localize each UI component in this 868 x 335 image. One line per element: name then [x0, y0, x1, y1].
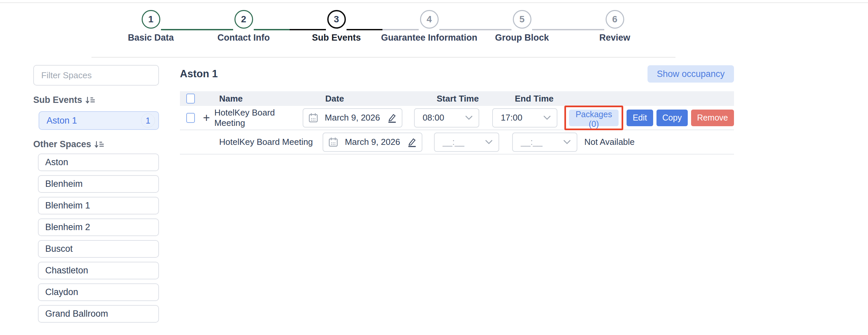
step-number-circle: 1: [142, 10, 160, 29]
sub-events-header-label: Sub Events: [33, 95, 82, 105]
availability-status: Not Available: [584, 137, 634, 147]
packages-highlight-annotation: Packages (0): [564, 106, 624, 130]
date-picker-field[interactable]: March 9, 2026: [303, 108, 402, 128]
step-label: Group Block: [495, 33, 549, 43]
step-number-circle: 4: [420, 10, 439, 29]
column-header-end-time: End Time: [512, 93, 577, 104]
end-time-select[interactable]: __:__: [512, 133, 577, 152]
sub-events-main: Aston 1 Show occupancy Name Date Start T…: [180, 65, 734, 155]
edit-button[interactable]: Edit: [626, 110, 653, 126]
chevron-down-icon: [563, 140, 571, 144]
wizard-stepper: 1 Basic Data 2 Contact Info 3 Sub Events…: [104, 10, 661, 47]
column-header-name: Name: [219, 93, 322, 104]
sidebar-item-grand-ballroom[interactable]: Grand Ballroom: [38, 305, 159, 323]
step-label: Review: [599, 33, 630, 43]
spaces-sidebar: Sub Events Aston 1 1 Other Spaces Aston: [33, 65, 159, 323]
step-sub-events[interactable]: 3 Sub Events: [290, 10, 383, 43]
chevron-down-icon: [544, 116, 551, 120]
start-time-select[interactable]: __:__: [434, 133, 499, 152]
step-label: Guarantee Information: [381, 33, 477, 43]
step-contact-info[interactable]: 2 Contact Info: [197, 10, 290, 43]
sub-events-section-header: Sub Events: [33, 95, 159, 105]
other-spaces-header-label: Other Spaces: [33, 139, 91, 149]
start-time-select[interactable]: 08:00: [414, 108, 479, 128]
sidebar-item-chastleton[interactable]: Chastleton: [38, 262, 159, 279]
step-number-circle: 2: [235, 10, 253, 29]
column-header-start-time: Start Time: [434, 93, 499, 104]
date-value: March 9, 2026: [338, 137, 407, 147]
select-all-checkbox[interactable]: [186, 93, 195, 104]
table-row: HotelKey Board Meeting Marc: [180, 130, 734, 155]
show-occupancy-button[interactable]: Show occupancy: [648, 65, 734, 83]
page-top-border: [0, 2, 868, 3]
end-time-placeholder: __:__: [521, 137, 542, 147]
step-label: Sub Events: [312, 33, 361, 43]
step-guarantee-information[interactable]: 4 Guarantee Information: [383, 10, 475, 43]
page-title: Aston 1: [180, 68, 218, 80]
step-label: Contact Info: [217, 33, 270, 43]
step-number-circle: 6: [606, 10, 624, 29]
filter-spaces-input[interactable]: [33, 65, 159, 86]
step-group-block[interactable]: 5 Group Block: [475, 10, 568, 43]
step-number-circle: 5: [513, 10, 531, 29]
sort-icon[interactable]: [94, 140, 104, 149]
event-name: HotelKey Board Meeting: [219, 137, 322, 147]
calendar-icon: [329, 137, 338, 147]
packages-button[interactable]: Packages (0): [569, 110, 619, 126]
sidebar-item-claydon[interactable]: Claydon: [38, 283, 159, 301]
sidebar-item-aston-1-selected[interactable]: Aston 1 1: [38, 111, 159, 130]
selected-space-label: Aston 1: [46, 116, 77, 126]
sidebar-item-aston[interactable]: Aston: [38, 153, 159, 171]
step-number-circle: 3: [327, 10, 346, 29]
sidebar-item-blenheim-1[interactable]: Blenheim 1: [38, 197, 159, 215]
column-header-date: Date: [322, 93, 422, 104]
date-value: March 9, 2026: [318, 113, 387, 123]
remove-button[interactable]: Remove: [691, 110, 734, 126]
event-name: HotelKey Board Meeting: [214, 108, 302, 128]
step-label: Basic Data: [128, 33, 174, 43]
stepper-divider: [91, 57, 676, 58]
step-basic-data[interactable]: 1 Basic Data: [104, 10, 197, 43]
sort-icon[interactable]: [86, 96, 95, 105]
expand-row-icon[interactable]: +: [203, 112, 210, 124]
sub-event-count-badge: 1: [141, 114, 155, 128]
sub-events-page: 1 Basic Data 2 Contact Info 3 Sub Events…: [0, 0, 868, 335]
sidebar-item-buscot[interactable]: Buscot: [38, 240, 159, 258]
copy-button[interactable]: Copy: [656, 110, 688, 126]
edit-date-pencil-icon[interactable]: [407, 137, 416, 147]
table-row: + HotelKey Board Meeting: [180, 106, 734, 130]
end-time-select[interactable]: 17:00: [492, 108, 557, 128]
start-time-value: 08:00: [423, 113, 444, 123]
step-review[interactable]: 6 Review: [568, 10, 661, 43]
row-checkbox[interactable]: [186, 113, 195, 123]
start-time-placeholder: __:__: [443, 137, 464, 147]
end-time-value: 17:00: [501, 113, 523, 123]
other-spaces-section-header: Other Spaces: [33, 139, 159, 149]
sub-events-table: Name Date Start Time End Time + HotelKey…: [180, 91, 734, 155]
chevron-down-icon: [485, 140, 493, 144]
date-picker-field[interactable]: March 9, 2026: [322, 133, 422, 152]
chevron-down-icon: [465, 116, 472, 120]
edit-date-pencil-icon[interactable]: [387, 113, 396, 123]
table-header-row: Name Date Start Time End Time: [180, 91, 734, 106]
sidebar-item-blenheim[interactable]: Blenheim: [38, 175, 159, 193]
calendar-icon: [309, 113, 318, 123]
sidebar-item-blenheim-2[interactable]: Blenheim 2: [38, 219, 159, 236]
